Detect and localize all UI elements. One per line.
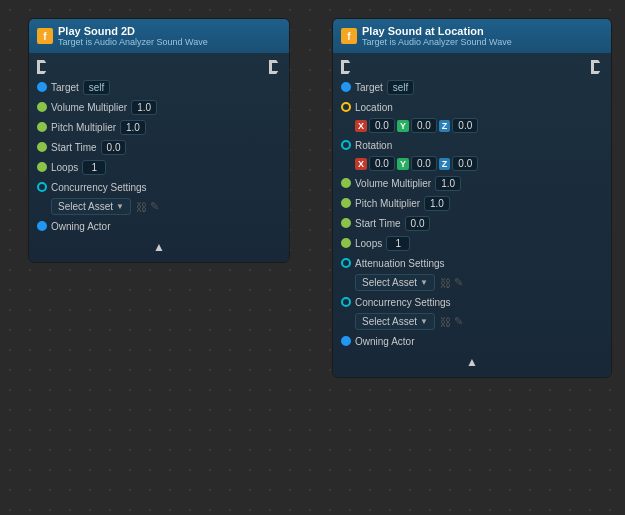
pitch-pin[interactable] [37, 122, 47, 132]
exec-in-pin-2[interactable] [341, 60, 353, 74]
rotation-z-value[interactable]: 0.0 [452, 156, 478, 171]
owning-actor-pin-2[interactable] [341, 336, 351, 346]
target-pin-2[interactable] [341, 82, 351, 92]
bottom-arrow-2: ▲ [333, 351, 611, 373]
location-z-value[interactable]: 0.0 [452, 118, 478, 133]
bottom-arrow: ▲ [29, 236, 289, 258]
loops-value[interactable]: 1 [82, 160, 106, 175]
node-subtitle-2: Target is Audio Analyzer Sound Wave [362, 37, 512, 47]
owning-actor-pin-row: Owning Actor [29, 216, 289, 236]
node-title-2: Play Sound at Location [362, 25, 512, 37]
volume-value-2[interactable]: 1.0 [435, 176, 461, 191]
concurrency-label: Concurrency Settings [51, 182, 147, 193]
volume-label: Volume Multiplier [51, 102, 127, 113]
concurrency-link-icon: ⛓ [136, 201, 147, 213]
pitch-value[interactable]: 1.0 [120, 120, 146, 135]
target-label-2: Target [355, 82, 383, 93]
attenuation-link-icon: ⛓ [440, 277, 451, 289]
rotation-x-value[interactable]: 0.0 [369, 156, 395, 171]
owning-actor-pin[interactable] [37, 221, 47, 231]
exec-in-pin[interactable] [37, 60, 49, 74]
owning-actor-label: Owning Actor [51, 221, 110, 232]
loops-label-2: Loops [355, 238, 382, 249]
start-time-value[interactable]: 0.0 [101, 140, 127, 155]
concurrency-pin-2[interactable] [341, 297, 351, 307]
concurrency-link-icon-2: ⛓ [440, 316, 451, 328]
start-time-pin[interactable] [37, 142, 47, 152]
start-time-pin-row: Start Time 0.0 [29, 137, 289, 157]
rotation-label: Rotation [355, 140, 392, 151]
play-sound-at-location-node: f Play Sound at Location Target is Audio… [332, 18, 612, 378]
start-time-value-2[interactable]: 0.0 [405, 216, 431, 231]
pitch-value-2[interactable]: 1.0 [424, 196, 450, 211]
node-body-2: Target self Location X 0.0 Y 0.0 Z 0.0 R… [333, 53, 611, 377]
node-header-play-sound-at-location: f Play Sound at Location Target is Audio… [333, 19, 611, 53]
location-pin[interactable] [341, 102, 351, 112]
loops-pin[interactable] [37, 162, 47, 172]
volume-value[interactable]: 1.0 [131, 100, 157, 115]
attenuation-select-row: Select Asset ▼ ⛓ ✎ [333, 273, 611, 292]
target-label: Target [51, 82, 79, 93]
start-time-label: Start Time [51, 142, 97, 153]
concurrency-dropdown-arrow: ▼ [116, 202, 124, 211]
node-header-play-sound-2d: f Play Sound 2D Target is Audio Analyzer… [29, 19, 289, 53]
rotation-y-value[interactable]: 0.0 [411, 156, 437, 171]
loops-value-2[interactable]: 1 [386, 236, 410, 251]
node-type-icon-2: f [341, 28, 357, 44]
volume-label-2: Volume Multiplier [355, 178, 431, 189]
concurrency-select-row-2: Select Asset ▼ ⛓ ✎ [333, 312, 611, 331]
location-x-value[interactable]: 0.0 [369, 118, 395, 133]
exec-out-pin[interactable] [269, 60, 281, 74]
start-time-label-2: Start Time [355, 218, 401, 229]
start-time-pin-2[interactable] [341, 218, 351, 228]
concurrency-select-asset-button-2[interactable]: Select Asset ▼ [355, 313, 435, 330]
location-label: Location [355, 102, 393, 113]
attenuation-select-asset-button[interactable]: Select Asset ▼ [355, 274, 435, 291]
location-xyz-row: X 0.0 Y 0.0 Z 0.0 [333, 117, 611, 135]
node-subtitle: Target is Audio Analyzer Sound Wave [58, 37, 208, 47]
rotation-pin[interactable] [341, 140, 351, 150]
attenuation-pin-row: Attenuation Settings [333, 253, 611, 273]
loops-label: Loops [51, 162, 78, 173]
rotation-y-label: Y [397, 158, 409, 170]
owning-actor-pin-row-2: Owning Actor [333, 331, 611, 351]
location-y-value[interactable]: 0.0 [411, 118, 437, 133]
attenuation-select-asset-label: Select Asset [362, 277, 417, 288]
node-title: Play Sound 2D [58, 25, 208, 37]
target-pin-row: Target self [29, 77, 289, 97]
concurrency-pin-row-2: Concurrency Settings [333, 292, 611, 312]
pitch-pin-row-2: Pitch Multiplier 1.0 [333, 193, 611, 213]
target-value-2: self [387, 80, 415, 95]
concurrency-pin[interactable] [37, 182, 47, 192]
concurrency-select-asset-label: Select Asset [58, 201, 113, 212]
rotation-pin-row: Rotation [333, 135, 611, 155]
attenuation-label: Attenuation Settings [355, 258, 445, 269]
attenuation-pin[interactable] [341, 258, 351, 268]
concurrency-label-2: Concurrency Settings [355, 297, 451, 308]
node-body: Target self Volume Multiplier 1.0 Pitch … [29, 53, 289, 262]
concurrency-select-row: Select Asset ▼ ⛓ ✎ [29, 197, 289, 216]
target-value: self [83, 80, 111, 95]
loops-pin-2[interactable] [341, 238, 351, 248]
exec-out-pin-2[interactable] [591, 60, 603, 74]
exec-row [29, 57, 289, 77]
location-z-label: Z [439, 120, 451, 132]
loops-pin-row-2: Loops 1 [333, 233, 611, 253]
node-type-icon: f [37, 28, 53, 44]
pitch-pin-row: Pitch Multiplier 1.0 [29, 117, 289, 137]
attenuation-dropdown-arrow: ▼ [420, 278, 428, 287]
volume-pin-2[interactable] [341, 178, 351, 188]
concurrency-select-asset-button[interactable]: Select Asset ▼ [51, 198, 131, 215]
pitch-pin-2[interactable] [341, 198, 351, 208]
volume-pin-row: Volume Multiplier 1.0 [29, 97, 289, 117]
concurrency-edit-icon-2: ✎ [454, 315, 463, 328]
volume-pin-row-2: Volume Multiplier 1.0 [333, 173, 611, 193]
concurrency-pin-row: Concurrency Settings [29, 177, 289, 197]
location-x-label: X [355, 120, 367, 132]
target-pin[interactable] [37, 82, 47, 92]
volume-pin[interactable] [37, 102, 47, 112]
play-sound-2d-node: f Play Sound 2D Target is Audio Analyzer… [28, 18, 290, 263]
target-pin-row-2: Target self [333, 77, 611, 97]
exec-row-2 [333, 57, 611, 77]
owning-actor-label-2: Owning Actor [355, 336, 414, 347]
